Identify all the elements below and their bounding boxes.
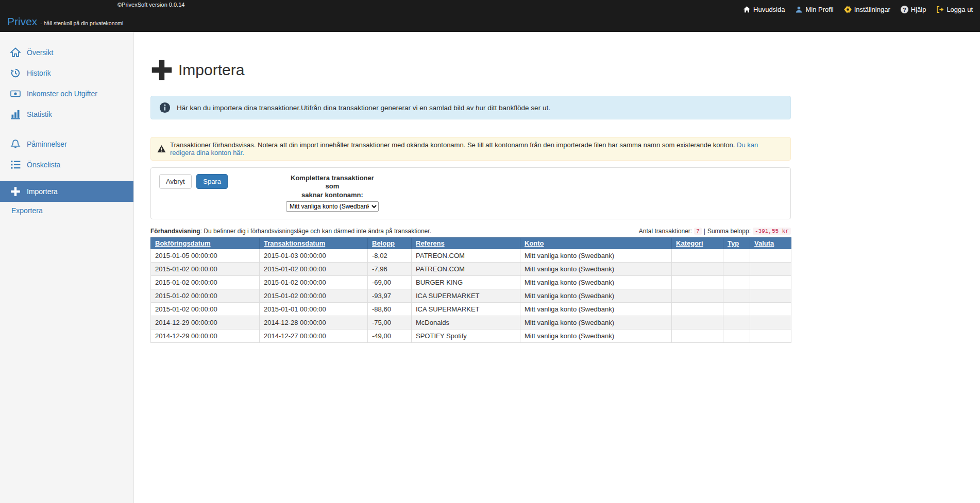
sidebar-item-label: Översikt: [27, 48, 53, 57]
nav-label: Huvudsida: [753, 6, 785, 13]
cell-referens: PATREON.COM: [412, 262, 520, 275]
table-row: 2014-12-29 00:00:00 2014-12-27 00:00:00 …: [151, 329, 791, 342]
cell-belopp: -69,00: [368, 275, 412, 289]
cell-konto: Mitt vanliga konto (Swedbank): [520, 329, 672, 342]
cell-referens: ICA SUPERMARKET: [412, 289, 520, 302]
count-value: 7: [694, 228, 702, 235]
nav-label: Inställningar: [854, 6, 890, 13]
sum-label: Summa belopp:: [707, 228, 751, 235]
col-transaktionsdatum[interactable]: Transaktionsdatum: [260, 237, 368, 249]
preview-row: Förhandsvisning: Du befinner dig i förha…: [150, 228, 791, 235]
sidebar: Översikt Historik Inkomster och Utgifter…: [0, 32, 134, 503]
cell-belopp: -49,00: [368, 329, 412, 342]
sidebar-item-exportera[interactable]: Exportera: [0, 202, 133, 219]
plus-icon: [150, 59, 173, 81]
cell-konto: Mitt vanliga konto (Swedbank): [520, 316, 672, 329]
table-header-row: Bokföringsdatum Transaktionsdatum Belopp…: [151, 237, 791, 249]
cell-belopp: -7,96: [368, 262, 412, 275]
save-button[interactable]: Spara: [196, 174, 228, 189]
nav-hjalp[interactable]: ? Hjälp: [901, 6, 926, 13]
table-row: 2015-01-02 00:00:00 2015-01-02 00:00:00 …: [151, 289, 791, 302]
gear-icon: [844, 6, 852, 13]
nav-label: Min Profil: [805, 6, 833, 13]
table-row: 2014-12-29 00:00:00 2014-12-28 00:00:00 …: [151, 316, 791, 329]
plus-icon: [10, 186, 23, 197]
cell-valuta: [750, 262, 791, 275]
col-belopp[interactable]: Belopp: [368, 237, 412, 249]
nav-min-profil[interactable]: Min Profil: [795, 6, 833, 13]
cancel-button[interactable]: Avbryt: [159, 174, 192, 189]
nav-label: Hjälp: [911, 6, 926, 13]
cell-transaktionsdatum: 2014-12-28 00:00:00: [260, 316, 368, 329]
cell-bokforingsdatum: 2015-01-02 00:00:00: [151, 275, 260, 289]
cell-transaktionsdatum: 2015-01-02 00:00:00: [260, 275, 368, 289]
home-icon: [743, 6, 751, 13]
logout-icon: [936, 6, 944, 13]
cell-typ: [723, 249, 750, 262]
page-header: Importera: [150, 59, 791, 81]
sidebar-item-onskelista[interactable]: Önskelista: [0, 154, 133, 175]
cell-bokforingsdatum: 2014-12-29 00:00:00: [151, 316, 260, 329]
sidebar-item-importera[interactable]: Importera: [0, 181, 133, 202]
cell-valuta: [750, 302, 791, 316]
warning-text: Transaktioner förhandsvisas. Notera att …: [170, 141, 735, 149]
table-row: 2015-01-02 00:00:00 2015-01-01 00:00:00 …: [151, 302, 791, 316]
cell-referens: McDonalds: [412, 316, 520, 329]
col-typ[interactable]: Typ: [723, 237, 750, 249]
cell-bokforingsdatum: 2015-01-02 00:00:00: [151, 289, 260, 302]
info-icon: [159, 102, 171, 113]
col-valuta[interactable]: Valuta: [750, 237, 791, 249]
sidebar-item-statistik[interactable]: Statistik: [0, 104, 133, 125]
table-row: 2015-01-05 00:00:00 2015-01-03 00:00:00 …: [151, 249, 791, 262]
account-select[interactable]: Mitt vanliga konto (Swedbank): [286, 201, 379, 212]
col-konto[interactable]: Konto: [520, 237, 672, 249]
cell-konto: Mitt vanliga konto (Swedbank): [520, 302, 672, 316]
cell-transaktionsdatum: 2014-12-27 00:00:00: [260, 329, 368, 342]
nav-huvudsida[interactable]: Huvudsida: [743, 6, 785, 13]
cell-typ: [723, 329, 750, 342]
col-bokforingsdatum[interactable]: Bokföringsdatum: [151, 237, 260, 249]
cell-referens: ICA SUPERMARKET: [412, 302, 520, 316]
cell-transaktionsdatum: 2015-01-01 00:00:00: [260, 302, 368, 316]
preview-notice: Förhandsvisning: Du befinner dig i förha…: [150, 228, 431, 235]
cell-bokforingsdatum: 2014-12-29 00:00:00: [151, 329, 260, 342]
table-row: 2015-01-02 00:00:00 2015-01-02 00:00:00 …: [151, 262, 791, 275]
brand-name: Privex: [7, 15, 37, 28]
col-kategori[interactable]: Kategori: [672, 237, 723, 249]
warning-icon: [157, 145, 166, 153]
cell-typ: [723, 275, 750, 289]
col-referens[interactable]: Referens: [412, 237, 520, 249]
sidebar-item-paminnelser[interactable]: Påminnelser: [0, 134, 133, 154]
brand-logo[interactable]: Privex - håll stenkoll på din privatekon…: [7, 15, 123, 28]
nav-logga-ut[interactable]: Logga ut: [936, 6, 973, 13]
nav-label: Logga ut: [947, 6, 973, 13]
topbar: ©PrivexSoft version 0.0.14 Privex - håll…: [0, 0, 980, 32]
cell-typ: [723, 302, 750, 316]
cell-valuta: [750, 316, 791, 329]
sidebar-item-oversikt[interactable]: Översikt: [0, 42, 133, 63]
sidebar-item-inkomster-utgifter[interactable]: Inkomster och Utgifter: [0, 83, 133, 104]
cell-konto: Mitt vanliga konto (Swedbank): [520, 289, 672, 302]
brand-tagline: - håll stenkoll på din privatekonomi: [40, 20, 123, 26]
info-alert: Här kan du importera dina transaktioner.…: [150, 96, 791, 119]
sidebar-group-gap: [0, 125, 133, 134]
preview-notice-rest: : Du befinner dig i förhandsvisningsläge…: [200, 228, 431, 235]
history-icon: [10, 67, 23, 79]
page-title: Importera: [178, 61, 244, 79]
cell-belopp: -88,60: [368, 302, 412, 316]
nav-installningar[interactable]: Inställningar: [844, 6, 890, 13]
preview-notice-bold: Förhandsvisning: [150, 228, 200, 235]
transaction-stats: Antal transaktioner: 7 | Summa belopp: -…: [639, 228, 791, 235]
cell-bokforingsdatum: 2015-01-02 00:00:00: [151, 302, 260, 316]
cell-belopp: -75,00: [368, 316, 412, 329]
sidebar-item-label: Historik: [27, 69, 51, 77]
cell-kategori: [672, 316, 723, 329]
sidebar-item-historik[interactable]: Historik: [0, 63, 133, 83]
cell-konto: Mitt vanliga konto (Swedbank): [520, 249, 672, 262]
app-version: ©PrivexSoft version 0.0.14: [117, 2, 184, 8]
cell-transaktionsdatum: 2015-01-03 00:00:00: [260, 249, 368, 262]
cell-bokforingsdatum: 2015-01-02 00:00:00: [151, 262, 260, 275]
cell-valuta: [750, 249, 791, 262]
cell-transaktionsdatum: 2015-01-02 00:00:00: [260, 262, 368, 275]
cell-kategori: [672, 262, 723, 275]
